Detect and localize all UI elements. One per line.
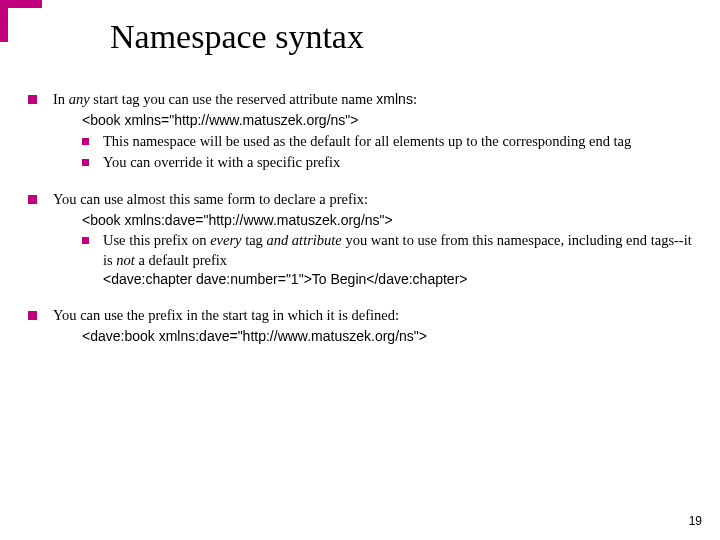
b2a-em1: every	[210, 232, 241, 248]
bullet-icon	[82, 159, 89, 166]
bullet-icon	[82, 237, 89, 244]
bullet-1-codeblock: <book xmlns="http://www.matuszek.org/ns"…	[82, 111, 692, 129]
page-number: 19	[689, 514, 702, 528]
bullet-3: You can use the prefix in the start tag …	[28, 306, 692, 325]
bullet-2a-text: Use this prefix on every tag and attribu…	[103, 231, 692, 288]
bullet-1b: You can override it with a specific pref…	[82, 153, 692, 172]
slide-title: Namespace syntax	[110, 18, 364, 56]
bullet-1b-text: You can override it with a specific pref…	[103, 153, 692, 172]
b2a-em2: and attribute	[266, 232, 341, 248]
b1-pre: In	[53, 91, 69, 107]
bullet-2-codeblock: <book xmlns:dave="http://www.matuszek.or…	[82, 211, 692, 229]
bullet-3-codeblock: <dave:book xmlns:dave="http://www.matusz…	[82, 327, 692, 345]
bullet-2a-codeblock: <dave:chapter dave:number="1">To Begin</…	[103, 270, 692, 288]
b1-tail: :	[413, 91, 417, 107]
corner-accent	[0, 0, 42, 42]
bullet-icon	[28, 95, 37, 104]
bullet-3-text: You can use the prefix in the start tag …	[53, 306, 692, 325]
b2a-post: a default prefix	[135, 252, 227, 268]
bullet-1: In any start tag you can use the reserve…	[28, 90, 692, 109]
bullet-1a-text: This namespace will be used as the defau…	[103, 132, 692, 151]
bullet-2: You can use almost this same form to dec…	[28, 190, 692, 209]
b1-em: any	[69, 91, 90, 107]
bullet-2a: Use this prefix on every tag and attribu…	[82, 231, 692, 288]
bullet-1-text: In any start tag you can use the reserve…	[53, 90, 692, 109]
bullet-1a: This namespace will be used as the defau…	[82, 132, 692, 151]
bullet-2-text: You can use almost this same form to dec…	[53, 190, 692, 209]
b2a-pre: Use this prefix on	[103, 232, 210, 248]
b2a-em3: not	[116, 252, 135, 268]
slide-body: In any start tag you can use the reserve…	[28, 90, 692, 348]
bullet-icon	[28, 311, 37, 320]
b1-post: start tag you can use the reserved attri…	[90, 91, 377, 107]
bullet-icon	[28, 195, 37, 204]
bullet-icon	[82, 138, 89, 145]
b2a-mid1: tag	[242, 232, 267, 248]
b1-code-inline: xmlns	[376, 91, 413, 107]
